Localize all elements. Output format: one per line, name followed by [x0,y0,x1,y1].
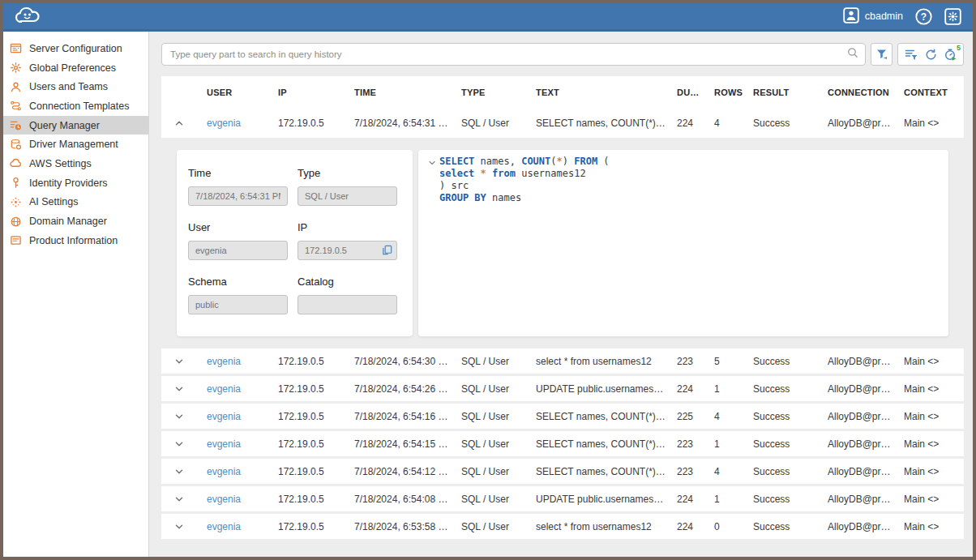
gear-icon [944,8,961,25]
sidebar-item-domain-manager[interactable]: Domain Manager [3,212,148,231]
row-text: UPDATE public.usernames12 SE... [526,383,667,395]
users-icon [10,81,22,93]
row-user-link[interactable]: evgenia [197,494,268,505]
expand-chevron-icon[interactable] [161,438,197,450]
row-text: select * from usernames12 [526,521,667,532]
sidebar-item-label: Global Preferences [29,62,116,74]
sidebar-item-connection-templates[interactable]: Connection Templates [3,96,148,116]
table-row[interactable]: evgenia172.19.0.57/18/2024, 6:54:30 PMSQ… [161,348,964,374]
table-row[interactable]: evgenia172.19.0.57/18/2024, 6:53:58 PMSQ… [161,514,964,539]
col-type[interactable]: TYPE [452,88,526,97]
sidebar-item-aws-settings[interactable]: AWS Settings [3,154,148,173]
catalog-label: Catalog [298,276,397,288]
auto-refresh-button[interactable]: 5 [940,44,960,65]
expand-chevron-icon[interactable] [161,494,197,505]
col-duration[interactable]: DURA... [667,88,704,97]
app-window: cbadmin ? Server Configuration [0,0,976,560]
sidebar-item-server-configuration[interactable]: Server Configuration [3,39,148,58]
row-user-link[interactable]: evgenia [197,411,268,422]
query-history-rows: evgenia172.19.0.57/18/2024, 6:54:30 PMSQ… [161,348,964,541]
row-connection: AlloyDB@proje... [818,411,894,422]
expand-chevron-icon[interactable] [161,521,197,532]
sidebar-item-global-preferences[interactable]: Global Preferences [3,58,148,78]
row-context: Main <> [894,356,964,367]
sidebar-item-identity-providers[interactable]: Identity Providers [3,173,148,193]
row-duration: 224 [667,118,704,129]
table-row[interactable]: evgenia172.19.0.57/18/2024, 6:54:12 PMSQ… [161,459,964,484]
row-ip: 172.19.0.5 [268,356,345,367]
expand-chevron-icon[interactable] [161,466,197,477]
sidebar-item-ai-settings[interactable]: AI Settings [3,193,148,212]
row-user-link[interactable]: evgenia [197,356,268,367]
query-icon [10,119,22,131]
row-result: Success [743,411,818,422]
show-all-queries-button[interactable] [901,44,921,65]
col-connection[interactable]: CONNECTION [818,88,894,97]
col-result[interactable]: RESULT [743,88,818,97]
ip-field: IP [298,221,397,260]
sql-query-text[interactable]: SELECT names, COUNT(*) FROM (select * fr… [439,156,610,331]
row-context: Main <> [894,411,964,422]
sidebar-item-query-manager[interactable]: Query Manager [3,116,148,135]
catalog-value-input [298,295,397,314]
table-row[interactable]: evgenia172.19.0.57/18/2024, 6:54:15 PMSQ… [161,431,964,456]
table-row[interactable]: evgenia172.19.0.57/18/2024, 6:54:16 PMSQ… [161,404,964,429]
row-ip: 172.19.0.5 [268,438,345,450]
type-value-input [298,186,397,206]
copy-icon[interactable] [381,244,393,256]
row-result: Success [743,118,818,129]
table-row[interactable]: evgenia172.19.0.57/18/2024, 6:54:08 PMSQ… [161,486,964,511]
col-ip[interactable]: IP [268,88,345,97]
time-label: Time [188,167,288,179]
sidebar-item-driver-management[interactable]: Driver Management [3,135,148,154]
expand-chevron-icon[interactable] [161,383,197,395]
username-label: cbadmin [865,11,903,22]
search-input[interactable] [170,49,847,59]
refresh-button[interactable] [921,44,940,65]
expand-chevron-icon[interactable] [161,356,197,367]
row-user-link[interactable]: evgenia [197,383,268,395]
row-ip: 172.19.0.5 [268,411,345,422]
settings-button[interactable] [944,8,961,25]
ip-label: IP [298,221,397,233]
expand-chevron-icon[interactable] [161,411,197,422]
row-context: Main <> [894,521,964,532]
timer-icon [944,48,957,62]
cloudbeaver-logo-icon[interactable] [13,6,45,27]
filter-button[interactable] [871,43,893,66]
row-user-link[interactable]: evgenia [197,521,268,532]
row-user-link[interactable]: evgenia [197,466,268,477]
col-rows[interactable]: ROWS [704,88,743,97]
col-time[interactable]: TIME [345,88,452,97]
admin-sidebar: Server ConfigurationGlobal PreferencesUs… [3,32,149,557]
row-user-link[interactable]: evgenia [197,438,268,450]
row-text: SELECT names, COUNT(*) FRO... [526,118,667,129]
sidebar-item-label: Product Information [29,235,118,246]
col-context[interactable]: CONTEXT [894,88,964,97]
row-duration: 223 [667,438,704,450]
row-type: SQL / User [452,521,526,532]
sidebar-item-users-and-teams[interactable]: Users and Teams [3,77,148,96]
row-ip: 172.19.0.5 [268,466,345,477]
user-menu[interactable]: cbadmin [843,7,903,26]
table-row[interactable]: evgenia172.19.0.57/18/2024, 6:54:26 PMSQ… [161,376,964,401]
row-user-link[interactable]: evgenia [197,118,268,129]
type-label: Type [298,167,397,179]
query-detail-panel: TimeTypeUserIPSchemaCatalog SELECT names… [161,138,964,348]
col-user[interactable]: USER [197,88,268,97]
row-text: select * from usernames12 [526,356,667,367]
col-text[interactable]: TEXT [526,88,667,97]
collapse-chevron-icon[interactable] [161,118,197,129]
globe-icon [10,216,22,228]
code-fold-chevron-icon[interactable] [425,156,439,331]
help-button[interactable]: ? [915,8,932,25]
row-time: 7/18/2024, 6:54:15 PM [345,438,452,450]
row-connection: AlloyDB@proje... [818,521,894,532]
sidebar-item-label: Driver Management [29,139,118,150]
row-text: SELECT names, COUNT(*) FRO... [526,438,667,450]
row-context: Main <> [894,494,964,505]
cloud-icon [10,157,22,169]
table-row-expanded[interactable]: evgenia 172.19.0.5 7/18/2024, 6:54:31 PM… [161,108,964,138]
sidebar-item-product-information[interactable]: Product Information [3,231,148,250]
query-history-table: USER IP TIME TYPE TEXT DURA... ROWS RESU… [161,76,964,557]
